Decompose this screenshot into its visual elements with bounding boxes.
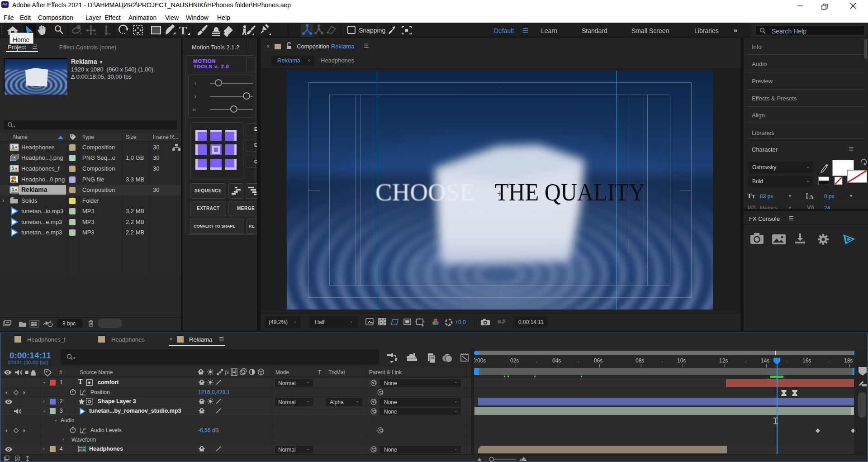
svg-text:A: A bbox=[809, 193, 814, 200]
svg-text:T: T bbox=[179, 24, 187, 37]
svg-text:Snapping: Snapping bbox=[359, 27, 385, 34]
svg-text:CHOOSE: CHOOSE bbox=[375, 178, 475, 206]
svg-text:fx: fx bbox=[225, 369, 229, 376]
svg-text:THE QUALITY: THE QUALITY bbox=[495, 178, 645, 206]
